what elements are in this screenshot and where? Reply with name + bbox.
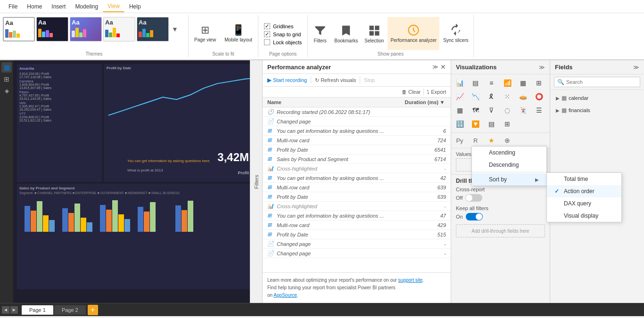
tab-page1[interactable]: Page 1	[22, 305, 53, 315]
tab-page2[interactable]: Page 2	[54, 305, 86, 315]
viz-column-icon[interactable]: 📶	[501, 76, 514, 90]
viz-custom1-icon[interactable]: ★	[485, 134, 498, 147]
viz-multirow-icon[interactable]: ☰	[532, 104, 545, 117]
menu-home[interactable]: Home	[22, 1, 47, 12]
viz-stacked-bar-icon[interactable]: ▤	[469, 76, 482, 90]
viz-gauge-icon[interactable]: ◌	[501, 104, 514, 117]
expand-icon[interactable]: ⊞	[267, 194, 275, 200]
viz-stacked-col-icon[interactable]: ▦	[517, 76, 530, 90]
viz-area-icon[interactable]: 📉	[469, 90, 482, 103]
start-recording-btn[interactable]: ▶ Start recording	[267, 77, 307, 83]
viz-funnel-icon[interactable]: ⊽	[485, 104, 498, 117]
expand-icon[interactable]: ⊞	[267, 231, 275, 237]
report-view-icon[interactable]: ▦	[1, 62, 12, 73]
sort-btn[interactable]: ▼	[438, 99, 446, 105]
viz-custom2-icon[interactable]: ⊕	[501, 134, 514, 147]
viz-line-icon[interactable]: 📈	[453, 90, 466, 103]
theme-3[interactable]: Aa	[70, 17, 102, 41]
viz-treemap-icon[interactable]: ▦	[453, 104, 466, 117]
cross-report-toggle[interactable]	[465, 194, 482, 202]
filters-btn[interactable]: Filters	[310, 17, 330, 50]
action-order-option[interactable]: ✓ Action order	[547, 185, 621, 197]
menu-view[interactable]: View	[103, 1, 124, 12]
perf-expand-btn[interactable]: ≫	[432, 64, 438, 70]
expand-icon[interactable]: ⊞	[267, 147, 275, 153]
fields-search-input[interactable]	[566, 79, 637, 85]
expand-icon[interactable]: ⊞	[267, 184, 275, 190]
page-nav-next[interactable]: ►	[10, 306, 18, 314]
menu-insert[interactable]: Insert	[47, 1, 70, 12]
menu-file[interactable]: File	[4, 1, 22, 12]
viz-python-icon[interactable]: Py	[453, 134, 466, 147]
expand-icon[interactable]: ⊞	[267, 212, 275, 219]
viz-card-icon[interactable]: 🃏	[517, 104, 530, 117]
perf-close-btn[interactable]: ✕	[440, 63, 446, 71]
theme-1[interactable]: Aa	[3, 17, 35, 41]
appsource-link[interactable]: AppSource	[273, 293, 297, 298]
themes-more-btn[interactable]: ▼	[170, 17, 180, 41]
page-view-btn[interactable]: ⊞ Page view	[190, 17, 220, 50]
lock-checkbox[interactable]	[264, 39, 270, 45]
clear-btn[interactable]: 🗑 Clear	[402, 89, 421, 95]
sync-slicers-btn[interactable]: Sync slicers	[440, 17, 471, 50]
add-page-btn[interactable]: +	[88, 305, 98, 315]
lock-objects-label[interactable]: Lock objects	[264, 39, 302, 45]
snap-to-grid-checkbox[interactable]: ✓	[264, 31, 270, 37]
bookmarks-btn[interactable]: Bookmarks	[331, 17, 361, 50]
performance-analyzer-btn[interactable]: Performance analyzer	[388, 17, 439, 50]
drill-drop-zone[interactable]: Add drill-through fields here	[456, 224, 545, 237]
menu-modeling[interactable]: Modeling	[70, 1, 103, 12]
model-view-icon[interactable]: ◈	[1, 86, 12, 96]
page-nav-prev[interactable]: ◄	[2, 306, 9, 314]
theme-5[interactable]: Aa	[137, 17, 169, 41]
stop-btn[interactable]: Stop	[364, 77, 375, 83]
viz-slicer-icon[interactable]: 🔽	[469, 117, 482, 130]
expand-icon[interactable]: ⊞	[267, 156, 275, 162]
ascending-option[interactable]: Ascending	[472, 147, 546, 159]
data-view-icon[interactable]: ⊞	[1, 74, 12, 84]
bookmarks-icon	[339, 24, 353, 37]
financials-group-row[interactable]: ▶ ▦ financials	[554, 106, 640, 115]
viz-100-col-icon[interactable]: ⊞	[532, 76, 545, 90]
viz-scatter-icon[interactable]: ⁙	[501, 90, 514, 103]
theme-2[interactable]: Aa	[36, 17, 68, 41]
viz-ribbon-icon[interactable]: 🎗	[485, 90, 498, 103]
viz-r-icon[interactable]: R	[469, 134, 482, 147]
viz-expand-btn[interactable]: ≫	[539, 64, 545, 71]
filters-strip-label[interactable]: Filters	[254, 175, 259, 189]
viz-kpi-icon[interactable]: 🔢	[453, 117, 466, 130]
viz-table-icon[interactable]: ▤	[485, 117, 498, 130]
viz-matrix-icon[interactable]: ⊞	[501, 117, 514, 130]
expand-icon[interactable]: ⊞	[267, 222, 275, 228]
mobile-layout-btn[interactable]: 📱 Mobile layout	[221, 17, 256, 50]
viz-pie-icon[interactable]: 🥧	[517, 90, 530, 103]
calendar-group-row[interactable]: ▶ ▦ calendar	[554, 93, 640, 103]
descending-option[interactable]: Descending	[472, 159, 546, 171]
svg-rect-17	[112, 200, 118, 232]
export-btn[interactable]: ⤵ Export	[427, 89, 446, 95]
snap-to-grid-label[interactable]: ✓ Snap to grid	[264, 31, 302, 37]
table-row: 📄 Changed page	[263, 117, 451, 126]
report-table-card: Amarilla 2,814,104.08 | Profit 17,747,11…	[17, 64, 102, 182]
viz-bar-chart-icon[interactable]: 📊	[453, 76, 466, 90]
fields-expand-btn[interactable]: ≫	[633, 64, 639, 71]
row-name: Profit by Date	[277, 194, 404, 200]
viz-donut-icon[interactable]: ⭕	[532, 90, 545, 103]
viz-map-icon[interactable]: 🗺	[469, 104, 482, 117]
dax-query-option[interactable]: DAX query	[547, 197, 621, 210]
support-link[interactable]: support site	[398, 277, 423, 283]
expand-icon[interactable]: ⊞	[267, 175, 275, 181]
gridlines-checkbox[interactable]: ✓	[264, 23, 270, 29]
expand-icon[interactable]: ⊞	[267, 128, 275, 134]
menu-help[interactable]: Help	[124, 1, 146, 12]
visual-display-option[interactable]: Visual display	[547, 210, 621, 222]
expand-icon[interactable]: ⊞	[267, 137, 275, 143]
sort-by-option[interactable]: Sort by ▶ Total time ✓ Action order DAX …	[472, 173, 546, 186]
selection-btn[interactable]: Selection	[362, 17, 387, 50]
theme-4[interactable]: Aa	[103, 17, 135, 41]
viz-100-bar-icon[interactable]: ≡	[485, 76, 498, 90]
gridlines-checkbox-label[interactable]: ✓ Gridlines	[264, 23, 302, 29]
total-time-option[interactable]: Total time	[547, 173, 621, 185]
refresh-visuals-btn[interactable]: ↻ Refresh visuals	[315, 77, 356, 83]
keep-filters-toggle[interactable]	[466, 213, 483, 220]
